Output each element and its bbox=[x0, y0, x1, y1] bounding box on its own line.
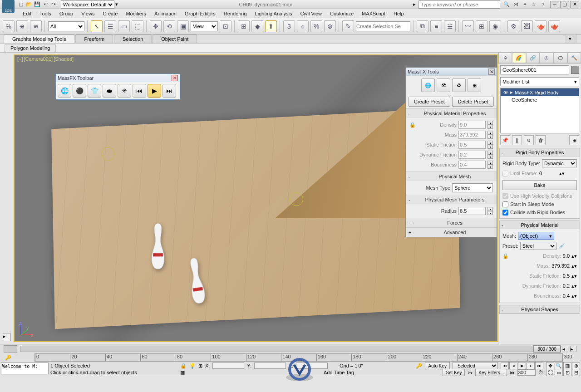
link-icon[interactable]: ℅ bbox=[3, 20, 15, 32]
keymode-dropdown[interactable]: Selected bbox=[453, 362, 498, 369]
maximize-button[interactable]: ▢ bbox=[560, 1, 569, 8]
fxp-world-icon[interactable]: 🌐 bbox=[421, 78, 435, 92]
massfx-toolbar-close-icon[interactable]: ✕ bbox=[172, 75, 178, 81]
render-prod-icon[interactable]: 🫖 bbox=[548, 20, 560, 32]
render-setup-icon[interactable]: ⚙ bbox=[507, 20, 519, 32]
time-slider-thumb[interactable]: 300 / 300 bbox=[533, 345, 561, 353]
workspace-dropdown[interactable]: Workspace: Default bbox=[61, 0, 114, 9]
bake-button[interactable]: Bake bbox=[502, 180, 577, 190]
play-anim-icon[interactable]: ▶ bbox=[518, 362, 526, 369]
autokey-button[interactable]: Auto Key bbox=[425, 362, 450, 369]
pin-stack-icon[interactable]: 📌 bbox=[500, 135, 510, 145]
select-window-icon[interactable]: ⬚ bbox=[132, 20, 143, 32]
next-frame-icon[interactable]: ▸ bbox=[527, 362, 535, 369]
qat-save-icon[interactable]: 💾 bbox=[34, 1, 41, 8]
density-spinner[interactable]: 9.0 bbox=[458, 121, 486, 129]
nav-orbit-icon[interactable]: ⊚ bbox=[572, 362, 580, 369]
menu-maxscript[interactable]: MAXScript bbox=[362, 11, 385, 16]
stack-item-geosphere[interactable]: GeoSphere bbox=[501, 96, 579, 103]
cmd-dfric-spinner[interactable]: 0.2 bbox=[563, 283, 570, 289]
sfric-spinner[interactable]: 0.5 bbox=[458, 141, 486, 149]
sleep-checkbox[interactable] bbox=[502, 201, 508, 207]
goto-start-icon[interactable]: ⏮ bbox=[501, 362, 509, 369]
rbtype-dropdown[interactable]: Dynamic bbox=[542, 159, 577, 167]
menu-create[interactable]: Create bbox=[103, 11, 118, 16]
curve-ed-icon[interactable]: 〰 bbox=[462, 20, 474, 32]
time-config-icon[interactable]: ⏱ bbox=[538, 370, 543, 375]
snap3-icon[interactable]: 3 bbox=[283, 20, 295, 32]
key-big-icon[interactable]: 🗝 bbox=[468, 370, 473, 375]
nav-pan-icon[interactable]: ✥ bbox=[546, 362, 554, 369]
fx-rigid-icon[interactable]: ⚫ bbox=[73, 84, 86, 98]
fxp-display-icon[interactable]: ⊞ bbox=[468, 78, 481, 92]
qat-new-icon[interactable]: ▢ bbox=[17, 1, 25, 8]
help-icon[interactable]: ? bbox=[539, 1, 547, 8]
binoculars-icon[interactable]: 🔍 bbox=[503, 1, 510, 8]
modifier-stack[interactable]: 👁▸MassFX Rigid Body GeoSphere bbox=[500, 88, 579, 133]
coord-y-field[interactable] bbox=[254, 363, 286, 369]
align-icon[interactable]: ≡ bbox=[430, 20, 442, 32]
coord-z-field[interactable] bbox=[296, 363, 328, 369]
menu-grapheditors[interactable]: Graph Editors bbox=[185, 11, 216, 16]
menu-help[interactable]: Help bbox=[394, 11, 404, 16]
render-icon[interactable]: 🫖 bbox=[535, 20, 547, 32]
menu-rendering[interactable]: Rendering bbox=[224, 11, 247, 16]
track-key-icon[interactable]: 🔑 bbox=[5, 355, 11, 361]
favorites-icon[interactable]: ✦ bbox=[521, 1, 528, 8]
time-ruler[interactable]: 0204060801001201401601802002202402602803… bbox=[34, 353, 563, 362]
menu-views[interactable]: Views bbox=[81, 11, 94, 16]
keymode-icon[interactable]: ◆ bbox=[251, 20, 263, 32]
fx-constraint-icon[interactable]: ⬬ bbox=[103, 84, 116, 98]
viewport-expand-icon[interactable]: ▸ bbox=[3, 333, 11, 341]
viewport[interactable]: [+][Camera001][Shaded] xzy MassFX Toolba… bbox=[14, 54, 498, 342]
select-icon[interactable]: ↖ bbox=[91, 20, 103, 32]
tab-motion-icon[interactable]: ◎ bbox=[540, 53, 553, 63]
mass-spinner[interactable]: 379.392 bbox=[458, 131, 486, 139]
setkey-button[interactable]: Set Key bbox=[443, 369, 465, 376]
scale-icon[interactable]: ▣ bbox=[177, 20, 189, 32]
menu-group[interactable]: Group bbox=[59, 11, 74, 16]
minimize-button[interactable]: ─ bbox=[550, 1, 559, 8]
dfric-spinner[interactable]: 0.2 bbox=[458, 151, 486, 159]
menu-lighting[interactable]: Lighting Analysis bbox=[255, 11, 292, 16]
fxp-tools-icon[interactable]: 🛠 bbox=[437, 78, 450, 92]
time-tag-button[interactable]: Add Time Tag bbox=[324, 370, 354, 375]
modifier-list-dropdown[interactable]: Modifier List▾ bbox=[500, 77, 579, 86]
lock-icon[interactable]: 🔒 bbox=[409, 122, 416, 128]
select-name-icon[interactable]: ☰ bbox=[104, 20, 116, 32]
until-frame-spinner[interactable]: 0 bbox=[539, 171, 557, 176]
nav-max-icon[interactable]: ⊡ bbox=[563, 369, 571, 376]
layers-icon[interactable]: ☱ bbox=[444, 20, 456, 32]
mirror-icon[interactable]: ⧉ bbox=[417, 20, 428, 32]
object-name-field[interactable]: GeoSphere001 bbox=[500, 65, 569, 74]
fx-step-icon[interactable]: ⏭ bbox=[162, 84, 176, 98]
massfx-tools-panel[interactable]: MassFX Tools✕ 🌐 🛠 ♻ ⊞ Create Preset Dele… bbox=[405, 67, 497, 237]
stack-item-massfx[interactable]: 👁▸MassFX Rigid Body bbox=[501, 88, 579, 96]
app-logo[interactable]: 3DS bbox=[2, 0, 15, 13]
close-button[interactable]: ✕ bbox=[570, 1, 579, 8]
mesh-dropdown[interactable]: (Object)▾ bbox=[518, 232, 554, 240]
delete-preset-button[interactable]: Delete Preset bbox=[452, 97, 494, 107]
timeline-config-icon[interactable] bbox=[4, 345, 17, 353]
cmd-bounce-spinner[interactable]: 0.4 bbox=[563, 293, 570, 299]
create-preset-button[interactable]: Create Preset bbox=[409, 97, 450, 107]
menu-animation[interactable]: Animation bbox=[154, 11, 177, 16]
ribbon-tab-graphite[interactable]: Graphite Modeling Tools bbox=[4, 34, 74, 43]
nav-region-icon[interactable]: ▭ bbox=[555, 369, 563, 376]
bounce-spinner[interactable]: 0.4 bbox=[458, 161, 486, 169]
menu-tools[interactable]: Tools bbox=[39, 11, 51, 16]
fxp-multi-icon[interactable]: ♻ bbox=[452, 78, 466, 92]
named-sel-icon[interactable]: ✎ bbox=[342, 20, 354, 32]
pivot-icon[interactable]: ⊡ bbox=[220, 20, 231, 32]
time-slider[interactable]: 300 / 300 bbox=[20, 346, 561, 352]
prev-frame-icon[interactable]: ◂ bbox=[509, 362, 517, 369]
eyedropper-icon[interactable]: 💉 bbox=[558, 242, 566, 250]
unique-icon[interactable]: ∪ bbox=[524, 135, 534, 145]
eye-icon[interactable]: 👁 bbox=[503, 90, 508, 95]
slider-left-icon[interactable]: ◂ bbox=[562, 346, 568, 352]
fx-world-icon[interactable]: 🌐 bbox=[58, 84, 71, 98]
goto-end-icon[interactable]: ⏭ bbox=[535, 362, 543, 369]
ribbon-polygon-modeling[interactable]: Polygon Modeling bbox=[5, 44, 56, 52]
selection-set-input[interactable] bbox=[356, 21, 410, 31]
menu-civilview[interactable]: Civil View bbox=[300, 11, 322, 16]
